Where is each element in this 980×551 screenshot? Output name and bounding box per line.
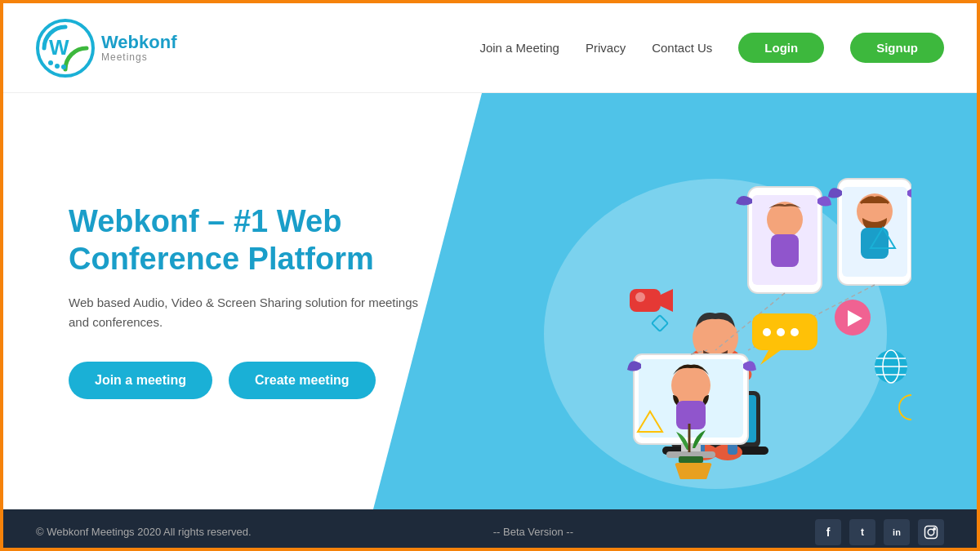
footer-beta: -- Beta Version -- bbox=[493, 526, 573, 538]
hero-subtitle: Web based Audio, Video & Screen Sharing … bbox=[69, 293, 428, 332]
nav-join[interactable]: Join a Meeting bbox=[479, 41, 559, 55]
svg-rect-33 bbox=[676, 401, 706, 429]
svg-point-2 bbox=[48, 60, 53, 65]
svg-text:W: W bbox=[49, 35, 69, 60]
logo-icon: W bbox=[36, 19, 95, 78]
svg-rect-23 bbox=[771, 234, 799, 267]
svg-point-51 bbox=[791, 328, 799, 336]
join-meeting-button[interactable]: Join a meeting bbox=[69, 362, 212, 399]
signup-button[interactable]: Signup bbox=[850, 33, 944, 63]
nav-links: Join a Meeting Privacy Contact Us Login … bbox=[479, 33, 944, 63]
svg-rect-52 bbox=[679, 456, 703, 463]
footer: © Webkonf Meetings 2020 All rights reser… bbox=[3, 509, 977, 551]
nav-privacy[interactable]: Privacy bbox=[586, 41, 626, 55]
svg-rect-47 bbox=[752, 313, 817, 350]
svg-point-22 bbox=[767, 202, 803, 238]
hero-illustration bbox=[373, 93, 977, 509]
twitter-icon[interactable]: t bbox=[849, 519, 875, 545]
linkedin-icon[interactable]: in bbox=[884, 519, 910, 545]
nav-contact[interactable]: Contact Us bbox=[652, 41, 712, 55]
svg-rect-37 bbox=[630, 289, 661, 312]
svg-point-39 bbox=[635, 292, 645, 302]
svg-point-3 bbox=[55, 64, 60, 69]
footer-socials: f t in bbox=[815, 519, 944, 545]
svg-point-60 bbox=[933, 527, 935, 529]
svg-point-57 bbox=[899, 395, 911, 420]
facebook-icon[interactable]: f bbox=[815, 519, 841, 545]
hero-content: Webkonf – #1 Web Conference Platform Web… bbox=[3, 203, 428, 398]
svg-point-50 bbox=[777, 328, 785, 336]
hero-buttons: Join a meeting Create meeting bbox=[69, 362, 428, 399]
footer-copyright: © Webkonf Meetings 2020 All rights reser… bbox=[36, 526, 252, 538]
svg-point-59 bbox=[928, 529, 934, 535]
hero-section: Webkonf – #1 Web Conference Platform Web… bbox=[3, 93, 977, 509]
instagram-icon[interactable] bbox=[918, 519, 944, 545]
svg-point-4 bbox=[61, 64, 66, 69]
hero-title: Webkonf – #1 Web Conference Platform bbox=[69, 203, 428, 278]
logo-name: Webkonf bbox=[101, 33, 176, 52]
navbar: W Webkonf Meetings Join a Meeting Privac… bbox=[3, 3, 977, 93]
logo-sub: Meetings bbox=[101, 52, 176, 63]
svg-point-49 bbox=[763, 328, 771, 336]
create-meeting-button[interactable]: Create meeting bbox=[229, 362, 376, 399]
svg-rect-53 bbox=[675, 463, 712, 479]
svg-rect-27 bbox=[861, 228, 889, 259]
conference-illustration bbox=[438, 113, 911, 489]
logo-area: W Webkonf Meetings bbox=[36, 19, 176, 78]
login-button[interactable]: Login bbox=[738, 33, 824, 63]
